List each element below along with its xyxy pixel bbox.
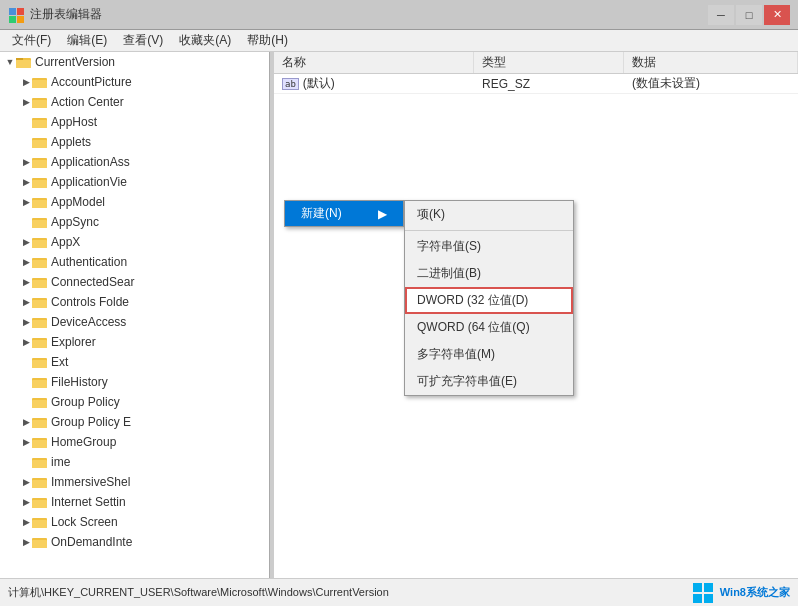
- context-menu-new[interactable]: 新建(N) ▶: [284, 200, 404, 227]
- tree-item-applets[interactable]: ▶ Applets: [0, 132, 269, 152]
- menu-favorites[interactable]: 收藏夹(A): [171, 30, 239, 51]
- svg-rect-24: [32, 240, 47, 248]
- tree-item-label: Ext: [51, 355, 68, 369]
- ctx-item-new[interactable]: 新建(N) ▶: [285, 201, 403, 226]
- tree-item-label: HomeGroup: [51, 435, 116, 449]
- svg-rect-16: [32, 160, 47, 168]
- tree-item-label: Controls Folde: [51, 295, 129, 309]
- tree-item-label: Action Center: [51, 95, 124, 109]
- windows-logo-icon: [692, 582, 714, 604]
- close-button[interactable]: ✕: [764, 5, 790, 25]
- menu-view[interactable]: 查看(V): [115, 30, 171, 51]
- minimize-button[interactable]: ─: [708, 5, 734, 25]
- submenu-item-binary[interactable]: 二进制值(B): [405, 260, 573, 287]
- menu-help[interactable]: 帮助(H): [239, 30, 296, 51]
- folder-icon: [32, 235, 48, 249]
- tree-item-applicationass[interactable]: ▶ ApplicationAss: [0, 152, 269, 172]
- tree-arrow: ▶: [20, 176, 32, 188]
- tree-item-appx[interactable]: ▶ AppX: [0, 232, 269, 252]
- tree-item-authentication[interactable]: ▶ Authentication: [0, 252, 269, 272]
- submenu-item-key[interactable]: 项(K): [405, 201, 573, 228]
- folder-icon: [32, 455, 48, 469]
- submenu-item-expandstring[interactable]: 可扩充字符串值(E): [405, 368, 573, 395]
- tree-item-apphost[interactable]: ▶ AppHost: [0, 112, 269, 132]
- tree-item-label: OnDemandInte: [51, 535, 132, 549]
- svg-rect-10: [32, 100, 47, 108]
- tree-item-currentversion[interactable]: ▼ CurrentVersion: [0, 52, 269, 72]
- folder-icon: [32, 195, 48, 209]
- context-menu-overlay: 新建(N) ▶ 项(K) 字符串值(S) 二进制值(B) DWORD (32 位…: [274, 52, 798, 578]
- tree-item-accountpicture[interactable]: ▶ AccountPicture: [0, 72, 269, 92]
- tree-item-label: ApplicationAss: [51, 155, 130, 169]
- tree-item-homegroup[interactable]: ▶ HomeGroup: [0, 432, 269, 452]
- tree-item-applicationvie[interactable]: ▶ ApplicationVie: [0, 172, 269, 192]
- title-bar-controls: ─ □ ✕: [708, 5, 790, 25]
- folder-icon: [32, 495, 48, 509]
- svg-rect-52: [32, 520, 47, 528]
- status-logo: Win8系统之家: [692, 582, 790, 604]
- svg-rect-30: [32, 300, 47, 308]
- tree-item-label: ime: [51, 455, 70, 469]
- tree-item-immersiveshel[interactable]: ▶ ImmersiveShel: [0, 472, 269, 492]
- svg-rect-28: [32, 280, 47, 288]
- tree-item-controls-folde[interactable]: ▶ Controls Folde: [0, 292, 269, 312]
- svg-rect-50: [32, 500, 47, 508]
- tree-arrow: ▼: [4, 56, 16, 68]
- folder-icon: [32, 275, 48, 289]
- folder-icon: [32, 255, 48, 269]
- right-pane: 名称 类型 数据 ab (默认) REG_SZ (数值未设置) 新建(N) ▶: [274, 52, 798, 578]
- ctx-new-label: 新建(N): [301, 205, 342, 222]
- tree-arrow: ▶: [20, 296, 32, 308]
- svg-rect-18: [32, 180, 47, 188]
- tree-item-action-center[interactable]: ▶ Action Center: [0, 92, 269, 112]
- submenu-item-multistring[interactable]: 多字符串值(M): [405, 341, 573, 368]
- title-bar: 注册表编辑器 ─ □ ✕: [0, 0, 798, 30]
- svg-rect-26: [32, 260, 47, 268]
- tree-arrow: ▶: [20, 316, 32, 328]
- menu-file[interactable]: 文件(F): [4, 30, 59, 51]
- tree-item-label: ConnectedSear: [51, 275, 134, 289]
- maximize-button[interactable]: □: [736, 5, 762, 25]
- tree-item-filehistory[interactable]: ▶ FileHistory: [0, 372, 269, 392]
- folder-icon: [32, 215, 48, 229]
- svg-rect-42: [32, 420, 47, 428]
- svg-rect-5: [16, 58, 23, 60]
- submenu-item-dword[interactable]: DWORD (32 位值(D): [405, 287, 573, 314]
- folder-icon: [32, 95, 48, 109]
- tree-pane[interactable]: ▼ CurrentVersion ▶ AccountPicture ▶: [0, 52, 270, 578]
- folder-icon: [32, 135, 48, 149]
- menu-edit[interactable]: 编辑(E): [59, 30, 115, 51]
- tree-item-lock-screen[interactable]: ▶ Lock Screen: [0, 512, 269, 532]
- tree-item-ondemandinte[interactable]: ▶ OnDemandInte: [0, 532, 269, 552]
- title-text: 注册表编辑器: [30, 6, 102, 23]
- tree-arrow: ▶: [20, 196, 32, 208]
- submenu-separator: [405, 230, 573, 231]
- tree-arrow: ▶: [20, 496, 32, 508]
- tree-item-label: FileHistory: [51, 375, 108, 389]
- folder-icon: [32, 315, 48, 329]
- tree-arrow: ▶: [20, 436, 32, 448]
- tree-item-ime[interactable]: ▶ ime: [0, 452, 269, 472]
- svg-rect-48: [32, 480, 47, 488]
- tree-item-label: Internet Settin: [51, 495, 126, 509]
- svg-rect-38: [32, 380, 47, 388]
- submenu-item-string[interactable]: 字符串值(S): [405, 233, 573, 260]
- tree-item-ext[interactable]: ▶ Ext: [0, 352, 269, 372]
- tree-item-connectedsear[interactable]: ▶ ConnectedSear: [0, 272, 269, 292]
- tree-item-explorer[interactable]: ▶ Explorer: [0, 332, 269, 352]
- tree-item-appsync[interactable]: ▶ AppSync: [0, 212, 269, 232]
- tree-item-deviceaccess[interactable]: ▶ DeviceAccess: [0, 312, 269, 332]
- svg-rect-55: [693, 583, 702, 592]
- folder-icon: [32, 435, 48, 449]
- tree-arrow: ▶: [20, 516, 32, 528]
- status-bar: 计算机\HKEY_CURRENT_USER\Software\Microsoft…: [0, 578, 798, 606]
- submenu-item-qword[interactable]: QWORD (64 位值(Q): [405, 314, 573, 341]
- svg-rect-56: [704, 583, 713, 592]
- tree-item-label: AppX: [51, 235, 80, 249]
- folder-icon: [32, 535, 48, 549]
- tree-item-grouppolicy[interactable]: ▶ Group Policy: [0, 392, 269, 412]
- tree-item-appmodel[interactable]: ▶ AppModel: [0, 192, 269, 212]
- folder-icon: [32, 395, 48, 409]
- tree-item-internet-settin[interactable]: ▶ Internet Settin: [0, 492, 269, 512]
- tree-item-grouppolicy-e[interactable]: ▶ Group Policy E: [0, 412, 269, 432]
